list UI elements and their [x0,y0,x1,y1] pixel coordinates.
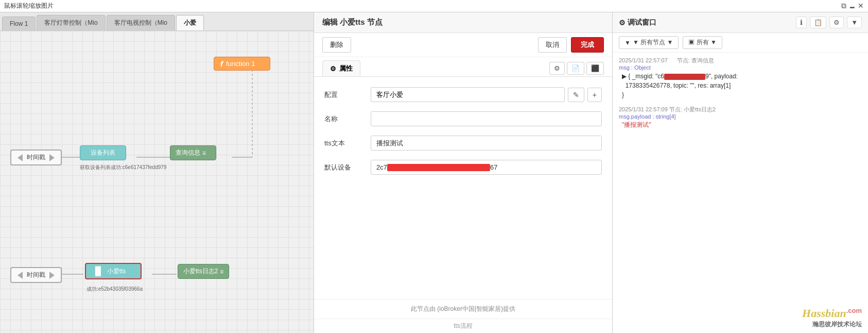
tab-icon-doc[interactable]: 📄 [567,62,584,75]
debug-node-name-2: 节点: 小爱tts日志2 [669,106,716,112]
debug-header: ⚙ 调试窗口 ℹ 📋 ⚙ ▼ [613,12,868,33]
port-right-row2 [49,272,55,279]
debug-toolbar: ▼ ▼ 所有节点 ▼ ▣ 所有 ▼ [613,33,868,53]
time-label-row2: 时间戳 [27,271,45,279]
device-id-suffix: 67 [490,163,497,171]
restore-icon[interactable]: ⧉ [841,2,846,10]
device-label: 默认设备 [324,163,366,172]
node-query-info[interactable]: 查询信息 ≡ [170,145,216,160]
debug-gear-icon: ⚙ [619,19,626,27]
debug-entry-2: 2025/1/31 22:57:09 节点: 小爱tts日志2 msg.payl… [619,106,862,129]
debug-header-icons: ℹ 📋 ⚙ ▼ [796,16,862,28]
function-label: function 1 [226,60,255,68]
tab-right-icons: ⚙ 📄 ⬛ [549,62,604,75]
debug-timestamp-2: 2025/1/31 22:57:09 [619,106,668,112]
tab-xiaoai[interactable]: 小爱 [176,15,204,30]
filter-all-label: ▣ 所有 ▼ [688,38,717,47]
debug-value-1: ▶ { _msgid: "c69", payload: 173833542677… [622,72,862,99]
debug-info-btn[interactable]: ℹ [796,16,807,28]
node-time-row1[interactable]: 时间戳 [10,149,62,165]
config-edit-icon[interactable]: ✎ [568,88,584,102]
properties-tab-label: 属性 [339,64,353,73]
filter-icon: ▼ [624,39,631,46]
node-device-list[interactable]: 设备列表 [80,145,126,160]
port-right-row1 [49,154,55,161]
func-icon: f [220,59,223,68]
device-id-display[interactable]: 2c7 67 [371,160,602,175]
device-list-label: 设备列表 [91,149,115,156]
list-icon: ≡ [202,149,206,157]
tab-properties[interactable]: ⚙ 属性 [322,60,360,76]
node-function[interactable]: f function 1 [214,57,270,71]
debug-title: ⚙ 调试窗口 [619,18,656,27]
edit-panel-footer: 此节点由 (ioBroker中国|智能家居)提供 [314,299,612,319]
edit-panel-title: 编辑 小爱tts 节点 [314,12,612,33]
canvas-area[interactable]: f function 1 时间戳 设备列表 查询信息 ≡ 获取设备列表成功:c6… [0,31,314,333]
edit-form: 配置 客厅小爱 ✎ + 名称 tts文本 默认 [314,77,612,299]
flow-tabs: Flow 1 客厅灯带控制（Mio 客厅电视控制（Mio 小爱 [0,12,314,31]
form-row-tts: tts文本 [324,136,602,151]
debug-node-1 [669,57,675,63]
close-icon[interactable]: ✕ [858,2,864,10]
config-select[interactable]: 客厅小爱 [371,87,565,102]
node-xiaoai-tts[interactable]: ▐▌ 小爱tts [85,263,142,279]
filter-nodes-btn[interactable]: ▼ ▼ 所有节点 ▼ [619,36,679,49]
device-id-prefix: 2c7 [376,163,387,171]
debug-node-name-1: 节点: 查询信息 [677,57,714,63]
config-select-wrap: 客厅小爱 ✎ + [371,87,602,102]
debug-msg-type-2: msg.payload : string[4] [619,113,862,120]
port-left-row2 [18,272,23,279]
done-button[interactable]: 完成 [571,37,604,53]
debug-config-btn[interactable]: ⚙ [829,16,844,28]
tab-flow1[interactable]: Flow 1 [2,16,36,30]
config-add-icon[interactable]: + [587,88,602,102]
watermark-hassbian: Hassbian.com [802,308,862,319]
form-row-device: 默认设备 2c7 67 [324,160,602,175]
name-input[interactable] [371,111,602,126]
debug-watermark: Hassbian.com 瀚思彼岸技术论坛 [613,303,868,333]
config-label: 配置 [324,90,366,99]
xiaoai-log-label: 小爱tts日志2 [183,267,218,276]
title-bar-controls: ⧉ 🗕 ✕ [841,2,864,10]
debug-msg-type-1: msg : Object [619,64,862,71]
minimize-icon[interactable]: 🗕 [848,2,856,10]
debug-entry-2-header: 2025/1/31 22:57:09 节点: 小爱tts日志2 [619,106,862,113]
node-below-label-row1: 获取设备列表成功:c6e617437fedd979 [80,164,166,171]
tab-icon-gear[interactable]: ⚙ [549,62,565,75]
debug-messages: 2025/1/31 22:57:07 节点: 查询信息 msg : Object… [613,53,868,303]
debug-title-label: 调试窗口 [628,18,656,27]
waveform-icon: ▐▌ [92,267,104,276]
port-left-row1 [18,154,23,161]
connector-lines [0,31,314,333]
node-xiaoai-log[interactable]: 小爱tts日志2 ≡ [178,264,229,279]
query-label: 查询信息 [176,148,200,157]
node-below-label-row2: 成功:e52b43035f03966a [86,286,143,293]
debug-book-btn[interactable]: 📋 [810,16,826,28]
tts-input[interactable] [371,136,602,151]
flow-canvas: Flow 1 客厅灯带控制（Mio 客厅电视控制（Mio 小爱 f funct [0,12,314,333]
xiaoai-tts-label: 小爱tts [107,267,126,276]
tab-living-tv[interactable]: 客厅电视控制（Mio [107,15,175,30]
edit-panel-toolbar: 删除 取消 完成 [314,33,612,57]
filter-all-btn[interactable]: ▣ 所有 ▼ [683,36,722,49]
tab-icon-info[interactable]: ⬛ [586,62,604,75]
title-bar-label: 鼠标滚轮缩放图片 [4,2,54,10]
time-label-row1: 时间戳 [27,153,45,162]
tab-living-light[interactable]: 客厅灯带控制（Mio [37,15,105,30]
delete-button[interactable]: 删除 [322,37,351,53]
edit-panel-bottom-label: tts流程 [314,319,612,333]
form-row-name: 名称 [324,111,602,126]
tts-label: tts文本 [324,139,366,148]
name-label: 名称 [324,114,366,124]
edit-panel: 编辑 小爱tts 节点 删除 取消 完成 ⚙ 属性 ⚙ 📄 ⬛ 配置 [314,12,613,333]
edit-tabs-row: ⚙ 属性 ⚙ 📄 ⬛ [314,57,612,77]
node-time-row2[interactable]: 时间戳 [10,267,62,283]
debug-expand-btn[interactable]: ▼ [847,16,862,28]
debug-timestamp-1: 2025/1/31 22:57:07 [619,57,668,63]
cancel-button[interactable]: 取消 [538,37,567,53]
title-bar: 鼠标滚轮缩放图片 ⧉ 🗕 ✕ [0,0,868,12]
debug-panel: ⚙ 调试窗口 ℹ 📋 ⚙ ▼ ▼ ▼ 所有节点 ▼ ▣ 所有 ▼ [613,12,868,333]
debug-value-2: "播报测试" [622,121,862,129]
device-id-redacted [387,164,490,171]
form-row-config: 配置 客厅小爱 ✎ + [324,87,602,102]
